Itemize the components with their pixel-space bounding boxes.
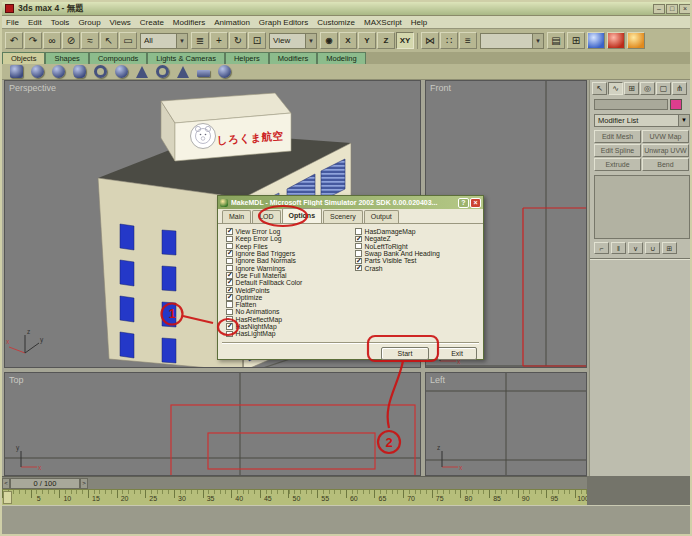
option-row[interactable]: Ignore Bad Triggers bbox=[226, 250, 351, 257]
remove-modifier-button[interactable]: ∪ bbox=[645, 242, 660, 254]
previous-frame-arrow[interactable]: < bbox=[2, 478, 10, 489]
utilities-tab[interactable]: ⋔ bbox=[672, 82, 687, 95]
named-selection-dropdown[interactable]: ▼ bbox=[480, 33, 544, 49]
chevron-down-icon[interactable]: ▼ bbox=[176, 34, 187, 48]
option-row[interactable]: Flatten bbox=[226, 301, 351, 308]
select-and-rotate-icon[interactable]: ↻ bbox=[229, 32, 247, 49]
checkbox[interactable] bbox=[355, 236, 362, 243]
time-slider-track[interactable]: < 0 / 100 > bbox=[2, 476, 587, 489]
show-end-result-button[interactable]: ‖ bbox=[611, 242, 626, 254]
material-editor-icon[interactable] bbox=[587, 32, 605, 49]
next-frame-arrow[interactable]: > bbox=[80, 478, 88, 489]
track-view-icon[interactable]: ▤ bbox=[547, 32, 565, 49]
plane-icon[interactable] bbox=[197, 70, 210, 77]
undo-icon[interactable]: ↶ bbox=[5, 32, 23, 49]
menu-item[interactable]: Modifiers bbox=[173, 18, 205, 27]
select-region-icon[interactable]: ▭ bbox=[119, 32, 137, 49]
array-icon[interactable]: ∷ bbox=[440, 32, 458, 49]
viewport-label[interactable]: Left bbox=[430, 375, 445, 385]
option-row[interactable]: View Error Log bbox=[226, 228, 351, 235]
menu-item[interactable]: Tools bbox=[51, 18, 70, 27]
option-row[interactable]: Keep Files bbox=[226, 243, 351, 250]
display-tab[interactable]: ▢ bbox=[656, 82, 671, 95]
select-object-icon[interactable]: ↖ bbox=[100, 32, 118, 49]
start-button[interactable]: Start bbox=[381, 347, 429, 360]
checkbox[interactable] bbox=[226, 323, 233, 330]
checkbox[interactable] bbox=[226, 301, 233, 308]
option-row[interactable]: HasDamageMap bbox=[355, 228, 480, 235]
dialog-close-button[interactable]: × bbox=[470, 198, 481, 208]
viewport-label[interactable]: Front bbox=[430, 83, 451, 93]
teapot-icon[interactable] bbox=[115, 65, 128, 78]
modifier-shortcut-button[interactable]: Edit Spline bbox=[594, 144, 641, 157]
checkbox[interactable] bbox=[226, 258, 233, 265]
bind-to-space-warp-icon[interactable]: ≈ bbox=[81, 32, 99, 49]
option-row[interactable]: Crash bbox=[355, 264, 480, 271]
checkbox[interactable] bbox=[355, 265, 362, 272]
configure-modifier-sets-button[interactable]: ⊞ bbox=[662, 242, 677, 254]
tab[interactable]: Shapes bbox=[45, 52, 88, 64]
maximize-button[interactable]: □ bbox=[666, 4, 678, 14]
option-row[interactable]: No Animations bbox=[226, 308, 351, 315]
modifier-shortcut-button[interactable]: Extrude bbox=[594, 158, 641, 171]
menu-item[interactable]: Graph Editors bbox=[259, 18, 308, 27]
dialog-help-button[interactable]: ? bbox=[458, 198, 469, 208]
use-pivot-point-icon[interactable]: ◉ bbox=[320, 32, 338, 49]
option-row[interactable]: HasReflectMap bbox=[226, 316, 351, 323]
dialog-tab[interactable]: Scenery bbox=[323, 210, 363, 223]
option-row[interactable]: Ignore Warnings bbox=[226, 264, 351, 271]
selection-filter-dropdown[interactable]: All▼ bbox=[140, 33, 188, 49]
option-row[interactable]: Default Fallback Color bbox=[226, 279, 351, 286]
tab[interactable]: Compounds bbox=[89, 52, 147, 64]
dialog-tab[interactable]: Main bbox=[222, 210, 251, 223]
mirror-icon[interactable]: ⋈ bbox=[421, 32, 439, 49]
modifier-stack[interactable] bbox=[594, 175, 690, 239]
pyramid-icon[interactable] bbox=[177, 66, 189, 78]
option-row[interactable]: Keep Error Log bbox=[226, 235, 351, 242]
quick-render-icon[interactable] bbox=[627, 32, 645, 49]
object-name-field[interactable] bbox=[594, 99, 668, 110]
frame-zero-marker[interactable] bbox=[3, 491, 12, 504]
make-unique-button[interactable]: ∨ bbox=[628, 242, 643, 254]
viewport-label[interactable]: Perspective bbox=[9, 83, 56, 93]
option-row[interactable]: Swap Bank And Heading bbox=[355, 250, 480, 257]
tab[interactable]: Modeling bbox=[317, 52, 365, 64]
modifier-shortcut-button[interactable]: Unwrap UVW bbox=[642, 144, 689, 157]
restrict-y-button[interactable]: Y bbox=[358, 32, 376, 49]
option-row[interactable]: Parts Visible Test bbox=[355, 257, 480, 264]
option-row[interactable]: NegateZ bbox=[355, 235, 480, 242]
exit-button[interactable]: Exit bbox=[437, 347, 477, 360]
tab[interactable]: Helpers bbox=[225, 52, 269, 64]
motion-tab[interactable]: ◎ bbox=[640, 82, 655, 95]
select-and-link-icon[interactable]: ∞ bbox=[43, 32, 61, 49]
dialog-tab[interactable]: Output bbox=[364, 210, 399, 223]
chevron-down-icon[interactable]: ▼ bbox=[678, 115, 689, 126]
reference-coordinate-dropdown[interactable]: View▼ bbox=[269, 33, 317, 49]
select-by-name-icon[interactable]: ≣ bbox=[191, 32, 209, 49]
schematic-view-icon[interactable]: ⊞ bbox=[567, 32, 585, 49]
option-row[interactable]: Use Full Material bbox=[226, 272, 351, 279]
redo-icon[interactable]: ↷ bbox=[24, 32, 42, 49]
render-scene-icon[interactable] bbox=[607, 32, 625, 49]
sphere-icon[interactable] bbox=[31, 65, 44, 78]
menu-item[interactable]: Animation bbox=[214, 18, 250, 27]
option-row[interactable]: Optimize bbox=[226, 294, 351, 301]
close-button[interactable]: × bbox=[679, 4, 691, 14]
cone-icon[interactable] bbox=[136, 66, 148, 78]
option-row[interactable]: NoLeftToRight bbox=[355, 243, 480, 250]
object-color-swatch[interactable] bbox=[670, 99, 682, 110]
checkbox[interactable] bbox=[355, 243, 362, 250]
modifier-shortcut-button[interactable]: Edit Mesh bbox=[594, 130, 641, 143]
modifier-shortcut-button[interactable]: UVW Map bbox=[642, 130, 689, 143]
option-row[interactable]: WeldPoints bbox=[226, 286, 351, 293]
tab[interactable]: Objects bbox=[2, 52, 45, 64]
sphere2-icon[interactable] bbox=[218, 65, 231, 78]
restrict-x-button[interactable]: X bbox=[339, 32, 357, 49]
viewport-left[interactable]: Left x z bbox=[425, 372, 587, 476]
chevron-down-icon[interactable]: ▼ bbox=[532, 34, 543, 48]
option-row[interactable]: HasNightMap bbox=[226, 323, 351, 330]
menu-item[interactable]: File bbox=[6, 18, 19, 27]
menu-item[interactable]: Help bbox=[411, 18, 427, 27]
minimize-button[interactable]: – bbox=[653, 4, 665, 14]
track-bar[interactable]: 5101520253035404550556065707580859095100 bbox=[2, 489, 587, 505]
